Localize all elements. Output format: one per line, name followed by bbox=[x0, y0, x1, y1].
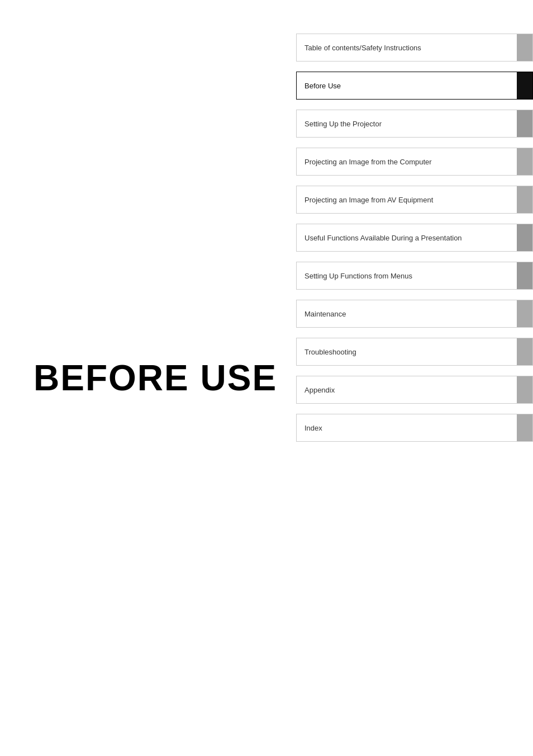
nav-item-before-use[interactable]: Before Use bbox=[296, 72, 533, 100]
nav-item-label-setting-up-projector: Setting Up the Projector bbox=[297, 110, 517, 137]
nav-item-label-setting-up-menus: Setting Up Functions from Menus bbox=[297, 262, 517, 289]
nav-item-tab-troubleshooting bbox=[517, 338, 532, 365]
right-section: Table of contents/Safety InstructionsBef… bbox=[296, 34, 533, 452]
nav-item-label-before-use: Before Use bbox=[297, 72, 517, 99]
nav-item-label-maintenance: Maintenance bbox=[297, 300, 517, 327]
nav-item-label-projecting-computer: Projecting an Image from the Computer bbox=[297, 148, 517, 175]
nav-item-tab-setting-up-projector bbox=[517, 110, 532, 137]
nav-item-label-troubleshooting: Troubleshooting bbox=[297, 338, 517, 365]
nav-item-appendix[interactable]: Appendix bbox=[296, 376, 533, 404]
nav-item-tab-projecting-av bbox=[517, 186, 532, 213]
nav-item-toc[interactable]: Table of contents/Safety Instructions bbox=[296, 34, 533, 62]
nav-item-index[interactable]: Index bbox=[296, 414, 533, 442]
nav-item-tab-projecting-computer bbox=[517, 148, 532, 175]
nav-item-tab-setting-up-menus bbox=[517, 262, 532, 289]
nav-item-tab-maintenance bbox=[517, 300, 532, 327]
nav-item-tab-useful-functions bbox=[517, 224, 532, 251]
nav-item-tab-appendix bbox=[517, 376, 532, 403]
nav-item-label-projecting-av: Projecting an Image from AV Equipment bbox=[297, 186, 517, 213]
page-title: BEFORE USE bbox=[34, 358, 277, 398]
nav-item-projecting-av[interactable]: Projecting an Image from AV Equipment bbox=[296, 186, 533, 214]
left-section: BEFORE USE bbox=[0, 0, 296, 756]
nav-item-setting-up-projector[interactable]: Setting Up the Projector bbox=[296, 110, 533, 138]
nav-item-label-appendix: Appendix bbox=[297, 376, 517, 403]
nav-item-label-useful-functions: Useful Functions Available During a Pres… bbox=[297, 224, 517, 251]
nav-item-projecting-computer[interactable]: Projecting an Image from the Computer bbox=[296, 148, 533, 176]
nav-item-troubleshooting[interactable]: Troubleshooting bbox=[296, 338, 533, 366]
nav-item-tab-before-use bbox=[517, 72, 532, 99]
nav-item-setting-up-menus[interactable]: Setting Up Functions from Menus bbox=[296, 262, 533, 290]
nav-item-tab-toc bbox=[517, 34, 532, 61]
nav-item-useful-functions[interactable]: Useful Functions Available During a Pres… bbox=[296, 224, 533, 252]
nav-item-tab-index bbox=[517, 414, 532, 441]
nav-item-label-toc: Table of contents/Safety Instructions bbox=[297, 34, 517, 61]
nav-item-label-index: Index bbox=[297, 414, 517, 441]
page-container: BEFORE USE Table of contents/Safety Inst… bbox=[0, 0, 533, 756]
nav-item-maintenance[interactable]: Maintenance bbox=[296, 300, 533, 328]
